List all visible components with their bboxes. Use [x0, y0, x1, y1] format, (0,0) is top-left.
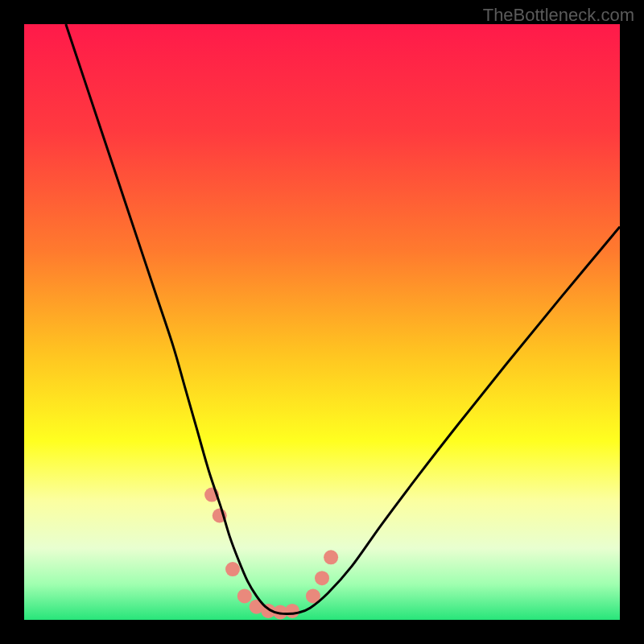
chart-marker	[237, 588, 252, 603]
bottleneck-chart	[24, 24, 620, 620]
chart-container	[24, 24, 620, 620]
chart-background	[24, 24, 620, 620]
chart-marker	[225, 562, 240, 576]
chart-marker	[324, 550, 338, 564]
chart-marker	[315, 571, 329, 585]
chart-marker	[285, 604, 299, 618]
watermark-text: TheBottleneck.com	[483, 5, 634, 26]
